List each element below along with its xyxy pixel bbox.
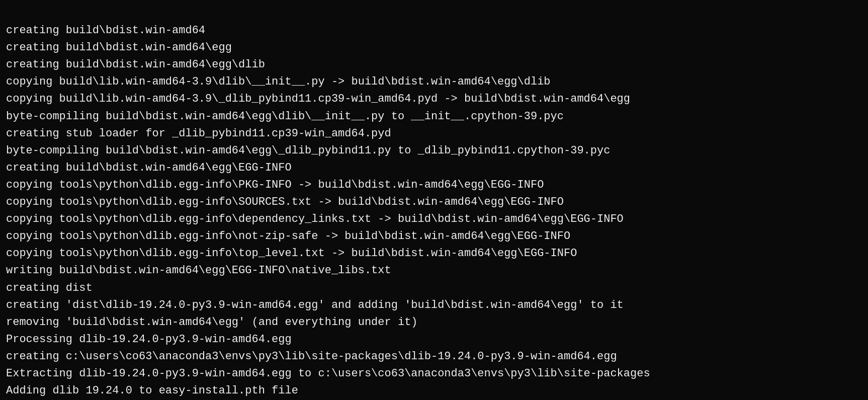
terminal-line: creating build\bdist.win-amd64\egg: [6, 39, 862, 56]
terminal-line: copying build\lib.win-amd64-3.9\_dlib_py…: [6, 91, 862, 108]
terminal-line: byte-compiling build\bdist.win-amd64\egg…: [6, 142, 862, 159]
terminal-line: copying tools\python\dlib.egg-info\top_l…: [6, 245, 862, 262]
terminal-line: creating build\bdist.win-amd64\egg\EGG-I…: [6, 159, 862, 177]
terminal-line: removing 'build\bdist.win-amd64\egg' (an…: [6, 314, 862, 331]
terminal-line: copying tools\python\dlib.egg-info\not-z…: [6, 228, 862, 245]
terminal-line: Processing dlib-19.24.0-py3.9-win-amd64.…: [6, 331, 862, 348]
terminal-line: creating c:\users\co63\anaconda3\envs\py…: [6, 348, 862, 365]
terminal-line: copying tools\python\dlib.egg-info\PKG-I…: [6, 177, 862, 194]
terminal-line: copying build\lib.win-amd64-3.9\dlib\__i…: [6, 73, 862, 91]
terminal-line: creating stub loader for _dlib_pybind11.…: [6, 125, 862, 142]
terminal-line: creating build\bdist.win-amd64: [6, 22, 862, 39]
terminal-line: creating dist: [6, 280, 862, 297]
terminal-line: copying tools\python\dlib.egg-info\depen…: [6, 211, 862, 228]
terminal-line: copying tools\python\dlib.egg-info\SOURC…: [6, 194, 862, 211]
terminal-line: creating 'dist\dlib-19.24.0-py3.9-win-am…: [6, 297, 862, 314]
terminal-line: writing build\bdist.win-amd64\egg\EGG-IN…: [6, 262, 862, 279]
terminal-line: Adding dlib 19.24.0 to easy-install.pth …: [6, 382, 862, 399]
terminal-line: byte-compiling build\bdist.win-amd64\egg…: [6, 108, 862, 125]
terminal-line: creating build\bdist.win-amd64\egg\dlib: [6, 56, 862, 73]
terminal-line: Extracting dlib-19.24.0-py3.9-win-amd64.…: [6, 365, 862, 382]
terminal-output: creating build\bdist.win-amd64creating b…: [0, 0, 868, 400]
